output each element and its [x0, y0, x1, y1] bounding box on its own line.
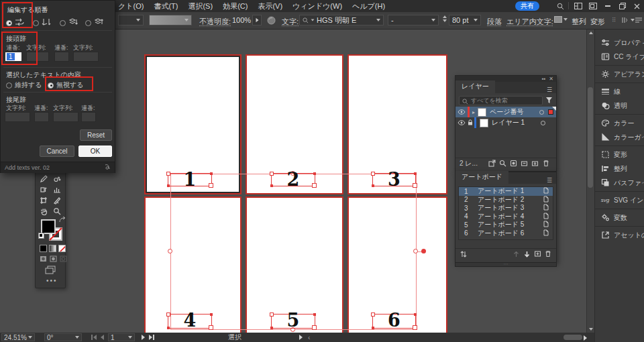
artboard-page-icon[interactable]	[543, 196, 549, 204]
artboard-page-icon[interactable]	[543, 187, 549, 195]
menu-effect[interactable]: 効果(C)	[223, 1, 248, 11]
prev-artboard-button[interactable]	[101, 334, 104, 341]
pencil-tool-icon[interactable]	[37, 174, 50, 184]
suffix-number-input[interactable]	[34, 112, 49, 122]
edit-toolbar-icon[interactable]: •••	[46, 277, 58, 284]
font-size-stepper[interactable]	[443, 15, 447, 22]
filter-icon[interactable]	[545, 97, 553, 105]
layer-target-icon[interactable]	[541, 121, 545, 125]
frame-handle[interactable]	[413, 325, 417, 330]
dock-item-color[interactable]: カラー	[595, 116, 644, 130]
ignore-option[interactable]: 無視する	[48, 80, 83, 90]
font-style-select[interactable]: -	[388, 15, 439, 25]
reset-button[interactable]: Reset	[80, 129, 112, 141]
layer-thumbnail[interactable]	[480, 119, 488, 127]
dock-item-pathfinder[interactable]: パスファイン..	[595, 176, 644, 190]
dock-item-transform[interactable]: 変形	[595, 148, 644, 162]
delete-layer-icon[interactable]	[541, 160, 551, 167]
frame-handle[interactable]	[371, 172, 375, 176]
artboard-page-icon[interactable]	[543, 221, 549, 229]
layer-thumbnail[interactable]	[478, 108, 486, 117]
artboard-name[interactable]: アートボード 6	[478, 229, 543, 238]
hscroll-right-icon[interactable]	[584, 335, 587, 342]
text-frame-5[interactable]: 5	[271, 314, 315, 329]
transform-label[interactable]: 変形	[590, 17, 605, 27]
vertical-scroll-thumb[interactable]	[588, 87, 593, 188]
close-icon[interactable]	[631, 1, 642, 11]
order-option-2[interactable]	[33, 18, 51, 27]
selection-handle-right-center[interactable]	[413, 249, 418, 253]
graph-tool-icon[interactable]	[50, 184, 64, 194]
swap-fill-stroke-icon[interactable]	[58, 217, 66, 223]
suffix-string-input[interactable]	[5, 112, 30, 122]
radio-off-icon[interactable]	[6, 82, 12, 89]
draw-behind-icon[interactable]	[50, 255, 57, 264]
draw-inside-icon[interactable]	[60, 255, 67, 264]
menu-type[interactable]: 書式(T)	[154, 1, 178, 11]
radio-off-icon[interactable]	[85, 20, 91, 26]
visibility-eye-icon[interactable]	[455, 119, 468, 127]
text-frame-1[interactable]: 1	[168, 173, 212, 186]
layers-search-input[interactable]: すべてを検索	[459, 96, 543, 105]
locate-object-icon[interactable]	[498, 160, 508, 167]
prefix-string-input[interactable]	[26, 52, 49, 62]
artboard-row-6[interactable]: 6 アートボード 6	[459, 229, 553, 238]
menu-window[interactable]: ウィンドウ(W)	[292, 1, 342, 11]
stroke-weight-select[interactable]	[118, 15, 144, 25]
artboard-row-3[interactable]: 3 アートボード 3	[459, 204, 553, 213]
slice-tool-icon[interactable]	[50, 195, 64, 205]
menu-select[interactable]: 選択(S)	[188, 1, 213, 11]
gradient-mode-icon[interactable]	[49, 245, 56, 252]
align-label[interactable]: 整列	[572, 17, 586, 27]
dock-item-stroke[interactable]: 線	[595, 84, 644, 99]
dock-item-appearance[interactable]: アピアランス	[595, 67, 644, 81]
radio-on-icon[interactable]	[48, 82, 54, 89]
horizontal-scroll-thumb[interactable]	[564, 335, 582, 340]
prefix-number-input-2[interactable]	[54, 52, 69, 62]
artboard-row-2[interactable]: 2 アートボード 2	[459, 196, 553, 205]
make-mask-icon[interactable]	[508, 160, 519, 167]
area-type-swatch[interactable]	[554, 16, 568, 23]
selection-handle-right-dot[interactable]	[421, 249, 426, 253]
paragraph-label[interactable]: 段落	[487, 17, 502, 27]
restore-icon[interactable]	[617, 1, 628, 11]
dock-item-variables[interactable]: 変数	[595, 211, 644, 225]
dock-item-properties[interactable]: プロパティ	[595, 36, 644, 50]
arrange-documents-icon[interactable]	[588, 1, 598, 11]
snap-options-icon[interactable]	[621, 16, 635, 24]
scroll-up-icon[interactable]	[589, 32, 593, 34]
artboards-panel-menu-icon[interactable]: ☰	[547, 177, 556, 184]
screen-mode-icon[interactable]	[45, 266, 56, 276]
menu-view[interactable]: 表示(V)	[258, 1, 282, 11]
rotation-select[interactable]: 0°	[44, 333, 82, 341]
frame-handle[interactable]	[312, 325, 317, 330]
artboard-row-4[interactable]: 4 アートボード 4	[459, 213, 553, 221]
hand-tool-icon[interactable]	[37, 206, 50, 216]
dock-item-svg-interactivity[interactable]: svg SVG インタ..	[595, 193, 644, 207]
new-artboard-icon[interactable]	[532, 250, 543, 258]
search-icon[interactable]	[555, 1, 566, 11]
fill-swatch[interactable]	[41, 219, 56, 234]
scroll-down-icon[interactable]	[589, 328, 593, 331]
font-family-select[interactable]: HGS 明朝 E	[299, 15, 384, 25]
order-option-3[interactable]	[60, 18, 78, 27]
last-artboard-button[interactable]	[149, 335, 154, 340]
recolor-artwork-icon[interactable]	[267, 16, 276, 26]
layer-expand-icon[interactable]: ▸	[470, 109, 478, 115]
dock-item-align[interactable]: 整列	[595, 162, 644, 176]
rearrange-artboards-icon[interactable]	[458, 250, 469, 258]
status-flyout-icon[interactable]	[299, 334, 303, 341]
frame-handle[interactable]	[371, 312, 375, 317]
area-type-label[interactable]: エリア内文字:	[506, 17, 553, 27]
frame-handle[interactable]	[166, 172, 170, 176]
menu-help[interactable]: ヘルプ(H)	[352, 1, 385, 11]
lock-icon[interactable]	[468, 119, 474, 127]
artboard-page-icon[interactable]	[543, 213, 549, 221]
next-artboard-button[interactable]	[142, 334, 145, 341]
character-label[interactable]: 文字:	[282, 17, 299, 27]
none-mode-icon[interactable]	[58, 245, 66, 252]
menu-object[interactable]: クト(O)	[118, 1, 144, 11]
keep-option[interactable]: 維持する	[6, 80, 42, 90]
layer-name[interactable]: レイヤー 1	[492, 118, 541, 127]
symbol-sprayer-tool-icon[interactable]	[50, 174, 64, 184]
